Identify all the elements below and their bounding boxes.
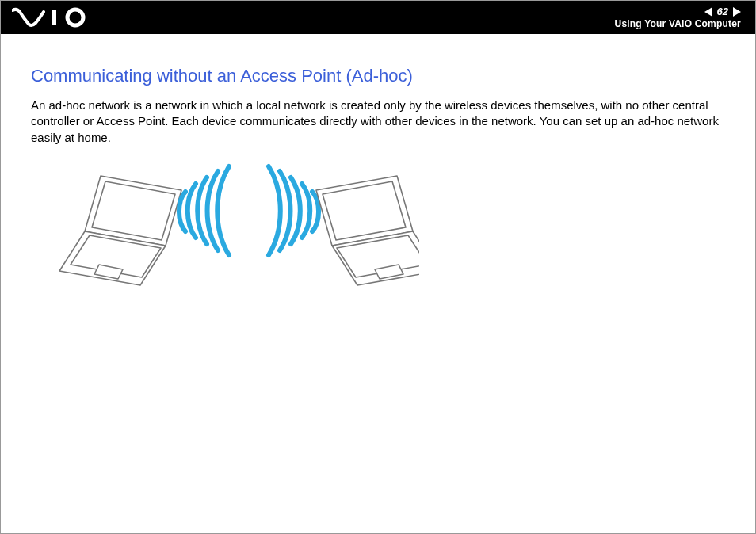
vaio-logo-svg [12,7,99,28]
page-number: 62 [716,6,730,17]
laptop-right-icon [316,176,419,285]
vaio-logo [12,7,99,28]
laptop-left-icon [59,176,181,285]
svg-rect-0 [52,10,56,25]
header-right: 62 Using Your VAIO Computer [615,6,741,29]
manual-page: 62 Using Your VAIO Computer Communicatin… [0,0,756,534]
svg-point-1 [67,10,83,25]
signal-left-icon [179,166,229,255]
body-paragraph: An ad-hoc network is a network in which … [31,97,725,146]
page-nav: 62 [704,6,741,17]
prev-page-icon[interactable] [704,7,712,17]
next-page-icon[interactable] [733,7,741,17]
header-bar: 62 Using Your VAIO Computer [1,1,755,34]
adhoc-diagram-svg [55,160,419,303]
section-label: Using Your VAIO Computer [615,18,741,29]
signal-right-icon [269,166,319,255]
content-area: Communicating without an Access Point (A… [1,34,755,306]
page-heading: Communicating without an Access Point (A… [31,66,725,86]
adhoc-illustration [55,160,725,306]
